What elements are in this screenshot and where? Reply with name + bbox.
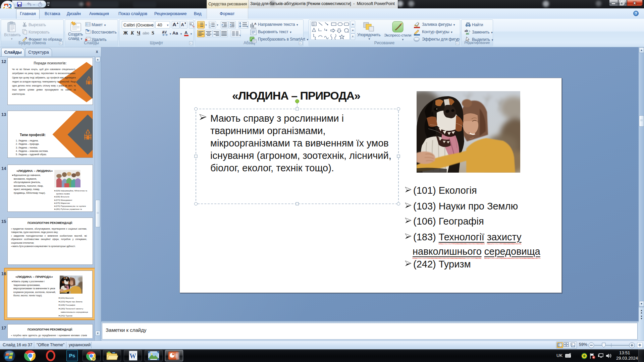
svg-text:▼: ▼ — [246, 25, 248, 28]
svg-text:А: А — [190, 23, 192, 25]
svg-text:3: 3 — [209, 26, 211, 28]
svg-text:Аа: Аа — [172, 31, 178, 36]
svg-text:x: x — [633, 0, 636, 5]
svg-text:▼: ▼ — [239, 34, 240, 37]
svg-text:А: А — [254, 22, 257, 25]
svg-text:▼: ▼ — [190, 33, 193, 36]
svg-text:▼: ▼ — [169, 33, 172, 36]
svg-text:▼: ▼ — [180, 33, 182, 36]
svg-text:А: А — [184, 30, 188, 35]
svg-text:АV: АV — [162, 31, 167, 34]
svg-text:ac: ac — [466, 32, 469, 35]
